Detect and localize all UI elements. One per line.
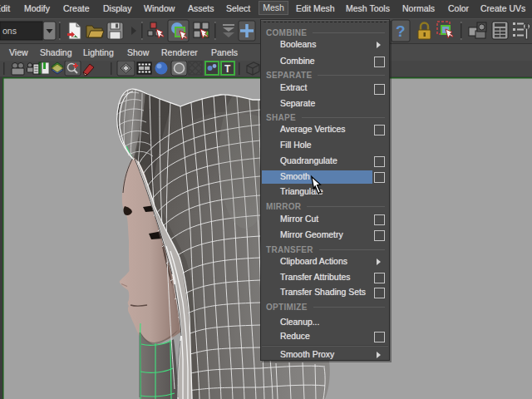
svg-text:T: T <box>224 63 231 75</box>
svg-text:ons: ons <box>2 26 17 36</box>
svg-text:?: ? <box>396 22 406 40</box>
